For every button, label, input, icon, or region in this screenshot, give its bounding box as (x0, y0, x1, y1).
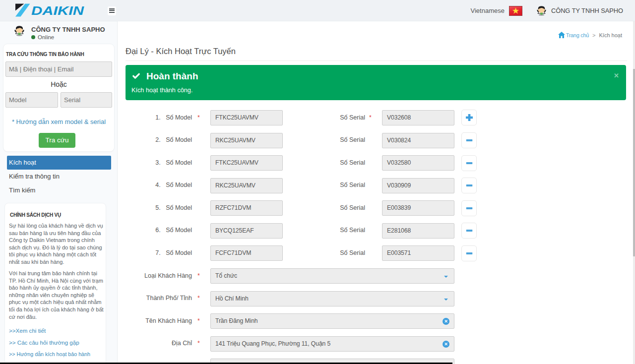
svg-text:DAIKIN: DAIKIN (31, 4, 84, 17)
